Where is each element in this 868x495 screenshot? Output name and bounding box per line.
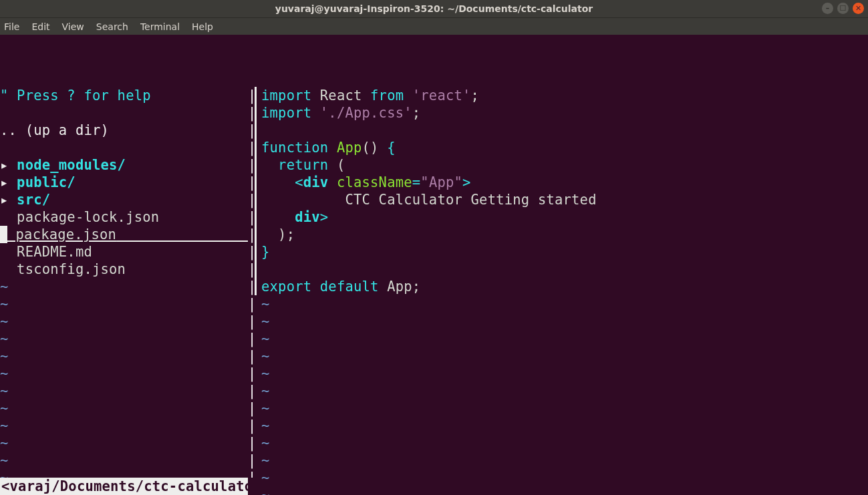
editor-cursorcolumn xyxy=(255,139,261,156)
editor-line[interactable]: CTC Calculator Getting started xyxy=(261,191,868,208)
tilde-icon: ~ xyxy=(261,313,270,329)
editor-cursorcolumn xyxy=(255,417,261,434)
editor-line[interactable]: ~ xyxy=(261,399,868,417)
editor-line[interactable]: ~ xyxy=(261,313,868,330)
tilde-icon: ~ xyxy=(0,383,9,399)
editor-cursorcolumn xyxy=(255,434,261,452)
menu-help[interactable]: Help xyxy=(192,21,213,32)
editor-line[interactable]: ~ xyxy=(261,382,868,399)
nerdtree-line: ▸ node_modules/ xyxy=(0,156,248,174)
tilde-icon: ~ xyxy=(261,383,270,399)
nerdtree-line: ~ xyxy=(0,365,248,382)
nerdtree-line: package.json xyxy=(0,226,248,243)
editor-cursorcolumn xyxy=(255,226,261,243)
editor-line[interactable]: ~ xyxy=(261,452,868,469)
nerdtree-line: ~ xyxy=(0,382,248,399)
nerdtree-line: package-lock.json xyxy=(0,208,248,226)
split-separator: | xyxy=(248,365,255,382)
tilde-icon: ~ xyxy=(0,400,9,416)
editor-line[interactable]: import './App.css'; xyxy=(261,104,868,122)
window-button-group: – ☐ ✕ xyxy=(822,3,864,14)
tree-file[interactable]: README.md xyxy=(0,244,92,260)
nerdtree-line: .. (up a dir) xyxy=(0,122,248,139)
editor-cursorcolumn xyxy=(255,87,261,104)
editor-cursorcolumn xyxy=(255,347,261,365)
nerdtree-line: ~ xyxy=(0,452,248,469)
nerdtree-line: ~ xyxy=(0,295,248,313)
editor-line[interactable] xyxy=(261,122,868,139)
split-separator: | xyxy=(248,313,255,330)
maximize-button[interactable]: ☐ xyxy=(837,3,849,14)
tilde-icon: ~ xyxy=(261,435,270,451)
menu-terminal[interactable]: Terminal xyxy=(140,21,180,32)
nerdtree-line: ▸ src/ xyxy=(0,191,248,208)
editor-line[interactable]: import React from 'react'; xyxy=(261,87,868,104)
editor-cursorcolumn xyxy=(255,295,261,313)
editor-cursorcolumn xyxy=(255,365,261,382)
menu-view[interactable]: View xyxy=(62,21,84,32)
editor-cursorcolumn xyxy=(255,399,261,417)
tree-file[interactable]: tsconfig.json xyxy=(0,261,126,277)
window-title: yuvaraj@yuvaraj-Inspiron-3520: ~/Documen… xyxy=(275,3,593,14)
menu-edit[interactable]: Edit xyxy=(31,21,49,32)
editor-line[interactable]: <div className="App"> xyxy=(261,174,868,191)
tilde-icon: ~ xyxy=(0,365,9,381)
tilde-icon: ~ xyxy=(261,348,270,364)
menu-file[interactable]: File xyxy=(4,21,19,32)
split-separator: | xyxy=(248,417,255,434)
tree-file[interactable]: package-lock.json xyxy=(0,209,159,225)
split-separator: | xyxy=(248,156,255,174)
split-separator: | xyxy=(248,208,255,226)
nerdtree-line: " Press ? for help xyxy=(0,87,248,104)
tilde-icon: ~ xyxy=(0,418,9,434)
tilde-icon: ~ xyxy=(261,452,270,468)
vim-statusbar: <varaj/Documents/ctc-calculator src/App.… xyxy=(0,478,868,495)
split-separator: | xyxy=(248,174,255,191)
tree-dir[interactable]: public/ xyxy=(17,174,76,190)
nerdtree-line: ~ xyxy=(0,434,248,452)
split-separator: | xyxy=(248,139,255,156)
editor-line[interactable]: ); xyxy=(261,226,868,243)
editor-line[interactable]: ~ xyxy=(261,347,868,365)
nerdtree-line: README.md xyxy=(0,243,248,261)
tree-dir[interactable]: node_modules/ xyxy=(17,157,126,173)
editor-line[interactable]: ~ xyxy=(261,434,868,452)
window-titlebar: yuvaraj@yuvaraj-Inspiron-3520: ~/Documen… xyxy=(0,0,868,17)
tilde-icon: ~ xyxy=(261,331,270,347)
split-separator: | xyxy=(248,122,255,139)
nerdtree-line: tsconfig.json xyxy=(0,261,248,278)
tilde-icon: ~ xyxy=(0,452,9,468)
editor-line[interactable]: export default App; xyxy=(261,278,868,295)
tilde-icon: ~ xyxy=(261,400,270,416)
editor-cursorcolumn xyxy=(255,174,261,191)
minimize-button[interactable]: – xyxy=(822,3,833,14)
editor-line[interactable]: } xyxy=(261,243,868,261)
status-sep xyxy=(248,478,255,495)
editor-line[interactable]: ~ xyxy=(261,295,868,313)
tilde-icon: ~ xyxy=(0,348,9,364)
editor-cursorcolumn xyxy=(255,278,261,295)
tree-dir[interactable]: src/ xyxy=(17,192,50,208)
split-separator: | xyxy=(248,87,255,104)
split-separator: | xyxy=(248,278,255,295)
nerdtree-up[interactable]: .. (up a dir) xyxy=(0,122,109,138)
editor-line[interactable]: ~ xyxy=(261,417,868,434)
nerdtree-line: ~ xyxy=(0,399,248,417)
editor-cursorcolumn xyxy=(255,261,261,278)
editor-line[interactable]: ~ xyxy=(261,330,868,347)
split-separator: | xyxy=(248,243,255,261)
terminal-area[interactable]: " Press ? for help| import React from 'r… xyxy=(0,35,868,495)
close-button[interactable]: ✕ xyxy=(853,3,864,14)
editor-cursorcolumn xyxy=(255,208,261,226)
editor-line[interactable]: return ( xyxy=(261,156,868,174)
split-separator: | xyxy=(248,191,255,208)
editor-line[interactable]: function App() { xyxy=(261,139,868,156)
editor-line[interactable]: ~ xyxy=(261,365,868,382)
editor-line[interactable] xyxy=(261,261,868,278)
tilde-icon: ~ xyxy=(0,313,9,329)
editor-line[interactable]: div> xyxy=(261,208,868,226)
editor-cursorcolumn xyxy=(255,452,261,469)
nerdtree-line xyxy=(0,139,248,156)
menu-search[interactable]: Search xyxy=(96,21,128,32)
tree-file-selected[interactable]: package.json xyxy=(7,226,116,242)
